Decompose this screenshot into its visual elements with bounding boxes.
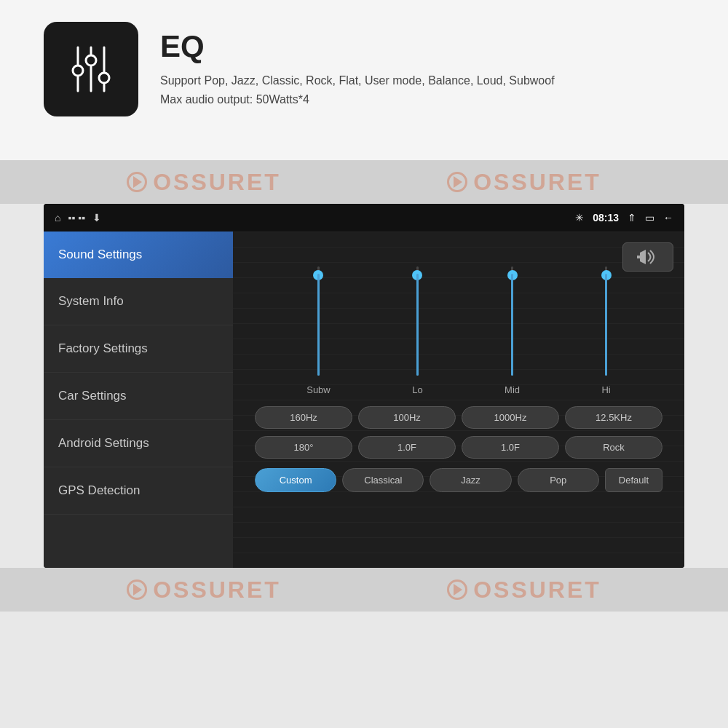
bluetooth-icon: ✳ [575, 212, 584, 223]
play-icon-right [447, 172, 467, 192]
preset-btn-pop[interactable]: Pop [518, 468, 599, 492]
sound-icon [637, 250, 659, 264]
eq-description: Support Pop, Jazz, Classic, Rock, Flat, … [160, 71, 555, 108]
value-btn-1f-1[interactable]: 1.0F [358, 436, 456, 459]
slider-hi: Hi [601, 250, 610, 395]
status-bar: ⌂ ▪▪ ▪▪ ⬇ ✳ 08:13 ⇑ ▭ ← [44, 204, 684, 232]
freq-btn-160hz[interactable]: 160Hz [255, 406, 352, 429]
slider-track-subw[interactable] [317, 266, 320, 376]
sidebar-item-gps-detection[interactable]: GPS Detection [44, 467, 233, 515]
slider-track-hi[interactable] [605, 266, 607, 376]
slider-track-mid[interactable] [511, 266, 513, 376]
signal-icon: ⇑ [628, 212, 636, 223]
back-icon[interactable]: ← [663, 212, 673, 223]
sidebar-item-android-settings[interactable]: Android Settings [44, 420, 233, 467]
svg-point-1 [73, 66, 83, 76]
sidebar: Sound Settings System Info Factory Setti… [44, 232, 233, 568]
eq-title: EQ [160, 29, 555, 64]
sidebar-item-car-settings[interactable]: Car Settings [44, 373, 233, 420]
top-section: EQ Support Pop, Jazz, Classic, Rock, Fla… [0, 0, 728, 160]
status-time: 08:13 [593, 212, 619, 223]
slider-mid: Mid [505, 250, 520, 395]
watermark-left: OSSURET [127, 169, 281, 196]
slider-label-hi: Hi [601, 384, 610, 395]
slider-lo: Lo [412, 250, 422, 395]
value-btn-180[interactable]: 180° [255, 436, 352, 459]
freq-btn-100hz[interactable]: 100Hz [358, 406, 456, 429]
values-row: 180° 1.0F 1.0F Rock [244, 432, 673, 462]
preset-row: Custom Classical Jazz Pop Default [244, 462, 673, 498]
watermark-bottom-right: OSSURET [447, 577, 601, 604]
eq-icon [62, 40, 120, 98]
slider-label-subw: Subw [306, 384, 331, 395]
download-icon: ⬇ [92, 212, 101, 223]
value-btn-1f-2[interactable]: 1.0F [462, 436, 559, 459]
slider-fill-mid [511, 274, 513, 376]
slider-fill-lo [416, 274, 419, 376]
slider-fill-hi [605, 274, 607, 376]
status-right: ✳ 08:13 ⇑ ▭ ← [575, 212, 673, 223]
device-screen: ⌂ ▪▪ ▪▪ ⬇ ✳ 08:13 ⇑ ▭ ← Sound Settings S… [44, 204, 684, 568]
default-button[interactable]: Default [605, 468, 662, 492]
sidebar-item-system-info[interactable]: System Info [44, 278, 233, 325]
sliders-area: Subw Lo Mid [244, 242, 673, 403]
home-icon[interactable]: ⌂ [55, 212, 60, 223]
slider-label-mid: Mid [505, 384, 520, 395]
svg-rect-6 [637, 256, 640, 258]
freq-btn-12khz[interactable]: 12.5KHz [565, 406, 662, 429]
play-icon-left [127, 172, 147, 192]
watermark-bottom: OSSURET OSSURET [0, 568, 728, 612]
eq-icon-box [44, 22, 138, 116]
grid-icon: ▪▪ ▪▪ [68, 212, 85, 223]
watermark-bottom-left: OSSURET [127, 577, 281, 604]
freq-row: 160Hz 100Hz 1000Hz 12.5KHz [244, 403, 673, 432]
svg-marker-7 [640, 250, 646, 264]
sidebar-item-sound-settings[interactable]: Sound Settings [44, 232, 233, 278]
svg-point-3 [86, 55, 96, 66]
slider-track-lo[interactable] [416, 266, 419, 376]
value-btn-rock[interactable]: Rock [565, 436, 662, 459]
slider-fill-subw [317, 274, 320, 376]
slider-subw: Subw [306, 250, 331, 395]
eq-info: EQ Support Pop, Jazz, Classic, Rock, Fla… [160, 22, 555, 108]
screen-icon: ▭ [645, 212, 654, 223]
play-icon-bottom-left [127, 579, 147, 600]
slider-label-lo: Lo [412, 384, 422, 395]
preset-btn-jazz[interactable]: Jazz [430, 468, 511, 492]
preset-btn-custom[interactable]: Custom [255, 468, 336, 492]
watermark-right: OSSURET [447, 169, 601, 196]
play-icon-bottom-right [447, 579, 467, 600]
eq-panel: Subw Lo Mid [233, 232, 684, 568]
status-left: ⌂ ▪▪ ▪▪ ⬇ [55, 212, 101, 223]
main-content: Sound Settings System Info Factory Setti… [44, 232, 684, 568]
watermark-top: OSSURET OSSURET [0, 160, 728, 204]
eq-desc-line2: Max audio output: 50Watts*4 [160, 90, 555, 109]
freq-btn-1000hz[interactable]: 1000Hz [462, 406, 559, 429]
preset-btn-classical[interactable]: Classical [342, 468, 424, 492]
svg-point-5 [99, 73, 109, 83]
sidebar-item-factory-settings[interactable]: Factory Settings [44, 325, 233, 373]
eq-desc-line1: Support Pop, Jazz, Classic, Rock, Flat, … [160, 71, 555, 90]
sound-button[interactable] [622, 242, 673, 272]
